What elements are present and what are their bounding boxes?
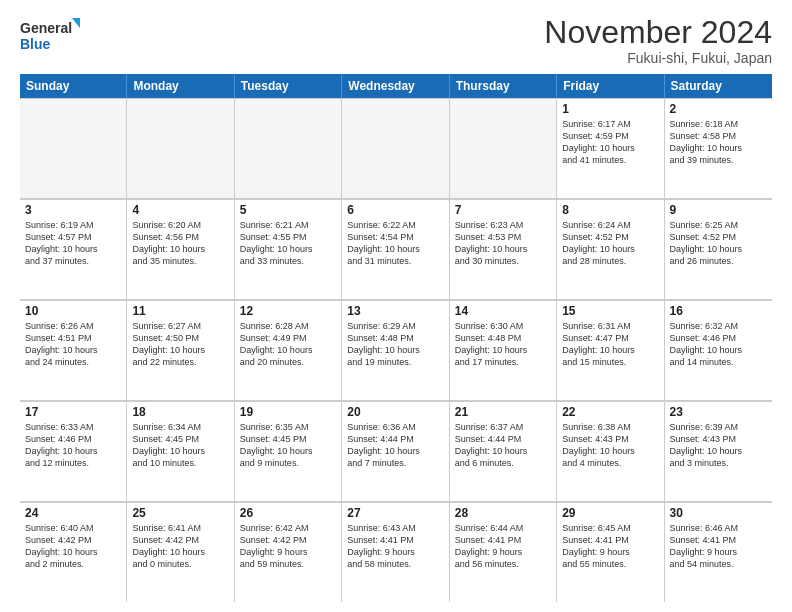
day-cell-13: 13Sunrise: 6:29 AM Sunset: 4:48 PM Dayli… (342, 300, 449, 400)
weekday-header-sunday: Sunday (20, 74, 127, 98)
empty-cell (235, 98, 342, 198)
day-number: 30 (670, 506, 767, 520)
logo-svg: General Blue (20, 16, 80, 56)
day-info: Sunrise: 6:24 AM Sunset: 4:52 PM Dayligh… (562, 219, 658, 268)
day-info: Sunrise: 6:44 AM Sunset: 4:41 PM Dayligh… (455, 522, 551, 571)
day-cell-30: 30Sunrise: 6:46 AM Sunset: 4:41 PM Dayli… (665, 502, 772, 602)
day-number: 28 (455, 506, 551, 520)
day-info: Sunrise: 6:29 AM Sunset: 4:48 PM Dayligh… (347, 320, 443, 369)
day-number: 10 (25, 304, 121, 318)
day-info: Sunrise: 6:25 AM Sunset: 4:52 PM Dayligh… (670, 219, 767, 268)
logo: General Blue (20, 16, 80, 56)
day-info: Sunrise: 6:43 AM Sunset: 4:41 PM Dayligh… (347, 522, 443, 571)
day-number: 19 (240, 405, 336, 419)
day-number: 13 (347, 304, 443, 318)
calendar-week-4: 17Sunrise: 6:33 AM Sunset: 4:46 PM Dayli… (20, 401, 772, 502)
day-info: Sunrise: 6:34 AM Sunset: 4:45 PM Dayligh… (132, 421, 228, 470)
day-cell-7: 7Sunrise: 6:23 AM Sunset: 4:53 PM Daylig… (450, 199, 557, 299)
day-info: Sunrise: 6:32 AM Sunset: 4:46 PM Dayligh… (670, 320, 767, 369)
calendar-week-5: 24Sunrise: 6:40 AM Sunset: 4:42 PM Dayli… (20, 502, 772, 602)
title-block: November 2024 Fukui-shi, Fukui, Japan (544, 16, 772, 66)
day-cell-10: 10Sunrise: 6:26 AM Sunset: 4:51 PM Dayli… (20, 300, 127, 400)
day-info: Sunrise: 6:42 AM Sunset: 4:42 PM Dayligh… (240, 522, 336, 571)
day-info: Sunrise: 6:41 AM Sunset: 4:42 PM Dayligh… (132, 522, 228, 571)
day-number: 9 (670, 203, 767, 217)
weekday-header-saturday: Saturday (665, 74, 772, 98)
day-number: 20 (347, 405, 443, 419)
day-cell-5: 5Sunrise: 6:21 AM Sunset: 4:55 PM Daylig… (235, 199, 342, 299)
day-number: 23 (670, 405, 767, 419)
day-cell-14: 14Sunrise: 6:30 AM Sunset: 4:48 PM Dayli… (450, 300, 557, 400)
location: Fukui-shi, Fukui, Japan (544, 50, 772, 66)
calendar-week-3: 10Sunrise: 6:26 AM Sunset: 4:51 PM Dayli… (20, 300, 772, 401)
svg-text:General: General (20, 20, 72, 36)
day-cell-27: 27Sunrise: 6:43 AM Sunset: 4:41 PM Dayli… (342, 502, 449, 602)
day-number: 24 (25, 506, 121, 520)
day-number: 11 (132, 304, 228, 318)
day-info: Sunrise: 6:28 AM Sunset: 4:49 PM Dayligh… (240, 320, 336, 369)
empty-cell (20, 98, 127, 198)
day-cell-29: 29Sunrise: 6:45 AM Sunset: 4:41 PM Dayli… (557, 502, 664, 602)
month-title: November 2024 (544, 16, 772, 48)
day-number: 5 (240, 203, 336, 217)
day-info: Sunrise: 6:31 AM Sunset: 4:47 PM Dayligh… (562, 320, 658, 369)
day-number: 7 (455, 203, 551, 217)
day-number: 21 (455, 405, 551, 419)
day-cell-23: 23Sunrise: 6:39 AM Sunset: 4:43 PM Dayli… (665, 401, 772, 501)
day-info: Sunrise: 6:36 AM Sunset: 4:44 PM Dayligh… (347, 421, 443, 470)
day-cell-26: 26Sunrise: 6:42 AM Sunset: 4:42 PM Dayli… (235, 502, 342, 602)
day-number: 1 (562, 102, 658, 116)
day-info: Sunrise: 6:45 AM Sunset: 4:41 PM Dayligh… (562, 522, 658, 571)
day-info: Sunrise: 6:26 AM Sunset: 4:51 PM Dayligh… (25, 320, 121, 369)
day-number: 14 (455, 304, 551, 318)
day-cell-2: 2Sunrise: 6:18 AM Sunset: 4:58 PM Daylig… (665, 98, 772, 198)
calendar-week-1: 1Sunrise: 6:17 AM Sunset: 4:59 PM Daylig… (20, 98, 772, 199)
calendar-week-2: 3Sunrise: 6:19 AM Sunset: 4:57 PM Daylig… (20, 199, 772, 300)
day-number: 3 (25, 203, 121, 217)
day-number: 15 (562, 304, 658, 318)
day-info: Sunrise: 6:18 AM Sunset: 4:58 PM Dayligh… (670, 118, 767, 167)
day-info: Sunrise: 6:23 AM Sunset: 4:53 PM Dayligh… (455, 219, 551, 268)
day-number: 29 (562, 506, 658, 520)
day-info: Sunrise: 6:21 AM Sunset: 4:55 PM Dayligh… (240, 219, 336, 268)
day-cell-19: 19Sunrise: 6:35 AM Sunset: 4:45 PM Dayli… (235, 401, 342, 501)
day-info: Sunrise: 6:27 AM Sunset: 4:50 PM Dayligh… (132, 320, 228, 369)
day-info: Sunrise: 6:19 AM Sunset: 4:57 PM Dayligh… (25, 219, 121, 268)
day-cell-8: 8Sunrise: 6:24 AM Sunset: 4:52 PM Daylig… (557, 199, 664, 299)
day-number: 25 (132, 506, 228, 520)
weekday-header-friday: Friday (557, 74, 664, 98)
day-number: 6 (347, 203, 443, 217)
day-info: Sunrise: 6:33 AM Sunset: 4:46 PM Dayligh… (25, 421, 121, 470)
day-info: Sunrise: 6:22 AM Sunset: 4:54 PM Dayligh… (347, 219, 443, 268)
day-cell-16: 16Sunrise: 6:32 AM Sunset: 4:46 PM Dayli… (665, 300, 772, 400)
day-info: Sunrise: 6:39 AM Sunset: 4:43 PM Dayligh… (670, 421, 767, 470)
day-cell-4: 4Sunrise: 6:20 AM Sunset: 4:56 PM Daylig… (127, 199, 234, 299)
weekday-header-thursday: Thursday (450, 74, 557, 98)
calendar: SundayMondayTuesdayWednesdayThursdayFrid… (20, 74, 772, 602)
weekday-header-tuesday: Tuesday (235, 74, 342, 98)
day-number: 8 (562, 203, 658, 217)
day-cell-20: 20Sunrise: 6:36 AM Sunset: 4:44 PM Dayli… (342, 401, 449, 501)
day-cell-28: 28Sunrise: 6:44 AM Sunset: 4:41 PM Dayli… (450, 502, 557, 602)
day-info: Sunrise: 6:35 AM Sunset: 4:45 PM Dayligh… (240, 421, 336, 470)
svg-text:Blue: Blue (20, 36, 51, 52)
day-info: Sunrise: 6:46 AM Sunset: 4:41 PM Dayligh… (670, 522, 767, 571)
empty-cell (342, 98, 449, 198)
day-info: Sunrise: 6:20 AM Sunset: 4:56 PM Dayligh… (132, 219, 228, 268)
calendar-header: SundayMondayTuesdayWednesdayThursdayFrid… (20, 74, 772, 98)
day-cell-17: 17Sunrise: 6:33 AM Sunset: 4:46 PM Dayli… (20, 401, 127, 501)
day-number: 4 (132, 203, 228, 217)
day-cell-11: 11Sunrise: 6:27 AM Sunset: 4:50 PM Dayli… (127, 300, 234, 400)
day-cell-9: 9Sunrise: 6:25 AM Sunset: 4:52 PM Daylig… (665, 199, 772, 299)
day-info: Sunrise: 6:17 AM Sunset: 4:59 PM Dayligh… (562, 118, 658, 167)
day-cell-3: 3Sunrise: 6:19 AM Sunset: 4:57 PM Daylig… (20, 199, 127, 299)
day-number: 17 (25, 405, 121, 419)
empty-cell (450, 98, 557, 198)
day-number: 27 (347, 506, 443, 520)
day-cell-21: 21Sunrise: 6:37 AM Sunset: 4:44 PM Dayli… (450, 401, 557, 501)
day-number: 22 (562, 405, 658, 419)
day-number: 16 (670, 304, 767, 318)
day-cell-15: 15Sunrise: 6:31 AM Sunset: 4:47 PM Dayli… (557, 300, 664, 400)
day-info: Sunrise: 6:40 AM Sunset: 4:42 PM Dayligh… (25, 522, 121, 571)
day-cell-24: 24Sunrise: 6:40 AM Sunset: 4:42 PM Dayli… (20, 502, 127, 602)
